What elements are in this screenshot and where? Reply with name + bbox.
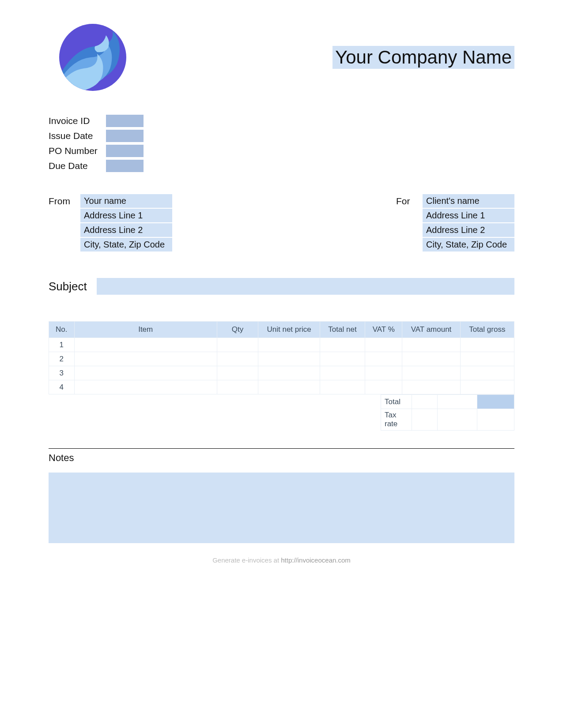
for-address1[interactable]: Address Line 1 (423, 209, 514, 222)
cell-totalgross[interactable] (460, 380, 514, 394)
summary: Total Tax rate (49, 394, 514, 431)
th-item: Item (74, 322, 217, 338)
from-address2[interactable]: Address Line 2 (80, 223, 172, 237)
cell-totalgross[interactable] (460, 338, 514, 352)
th-qty: Qty (217, 322, 258, 338)
subject-field[interactable] (97, 278, 514, 295)
company-name[interactable]: Your Company Name (333, 46, 514, 69)
cell-no: 3 (49, 366, 75, 380)
from-address1[interactable]: Address Line 1 (80, 209, 172, 222)
th-no: No. (49, 322, 75, 338)
notes-label: Notes (49, 452, 514, 464)
summary-total-label: Total (381, 395, 412, 409)
table-row: 1 (49, 338, 514, 352)
from-name[interactable]: Your name (80, 194, 172, 208)
footer-text: Generate e-invoices at (212, 556, 281, 564)
divider (49, 448, 514, 449)
cell-qty[interactable] (217, 338, 258, 352)
cell-qty[interactable] (217, 352, 258, 366)
cell-vatp[interactable] (365, 366, 402, 380)
cell-item[interactable] (74, 380, 217, 394)
invoice-id-field[interactable] (106, 115, 144, 127)
cell-qty[interactable] (217, 366, 258, 380)
table-row: 2 (49, 352, 514, 366)
cell-unit[interactable] (258, 366, 320, 380)
po-number-field[interactable] (106, 145, 144, 157)
cell-totalnet[interactable] (320, 352, 365, 366)
invoice-meta: Invoice ID Issue Date PO Number Due Date (49, 115, 514, 172)
for-name[interactable]: Client's name (423, 194, 514, 208)
footer: Generate e-invoices at http://invoiceoce… (49, 556, 514, 564)
cell-unit[interactable] (258, 352, 320, 366)
cell-vatamt[interactable] (402, 366, 460, 380)
cell-vatp[interactable] (365, 338, 402, 352)
logo-wave-icon (57, 22, 128, 93)
cell-vatamt[interactable] (402, 352, 460, 366)
table-row: 4 (49, 380, 514, 394)
cell-unit[interactable] (258, 380, 320, 394)
th-vat-pct: VAT % (365, 322, 402, 338)
from-city-state-zip[interactable]: City, State, Zip Code (80, 238, 172, 251)
header: Your Company Name (49, 22, 514, 93)
for-address2[interactable]: Address Line 2 (423, 223, 514, 237)
issue-date-field[interactable] (106, 130, 144, 142)
summary-taxrate-vatp[interactable] (412, 409, 438, 431)
summary-total-vatamt[interactable] (438, 395, 477, 409)
cell-item[interactable] (74, 338, 217, 352)
subject-row: Subject (49, 278, 514, 295)
for-label: For (396, 194, 423, 251)
for-block: For Client's name Address Line 1 Address… (396, 194, 514, 251)
cell-unit[interactable] (258, 338, 320, 352)
th-vat-amount: VAT amount (402, 322, 460, 338)
for-city-state-zip[interactable]: City, State, Zip Code (423, 238, 514, 251)
from-block: From Your name Address Line 1 Address Li… (49, 194, 172, 251)
items-table: No. Item Qty Unit net price Total net VA… (49, 321, 514, 394)
due-date-label: Due Date (49, 161, 106, 171)
footer-link[interactable]: http://invoiceocean.com (281, 556, 351, 564)
cell-no: 1 (49, 338, 75, 352)
cell-item[interactable] (74, 352, 217, 366)
cell-qty[interactable] (217, 380, 258, 394)
invoice-id-label: Invoice ID (49, 116, 106, 126)
cell-vatp[interactable] (365, 380, 402, 394)
from-label: From (49, 194, 80, 251)
cell-totalgross[interactable] (460, 352, 514, 366)
due-date-field[interactable] (106, 160, 144, 172)
subject-label: Subject (49, 280, 87, 293)
po-number-label: PO Number (49, 146, 106, 156)
cell-no: 2 (49, 352, 75, 366)
th-unit-net-price: Unit net price (258, 322, 320, 338)
notes-field[interactable] (49, 473, 514, 543)
summary-taxrate-gross[interactable] (477, 409, 514, 431)
summary-total-gross[interactable] (477, 395, 514, 409)
cell-vatamt[interactable] (402, 380, 460, 394)
th-total-net: Total net (320, 322, 365, 338)
table-row: 3 (49, 366, 514, 380)
parties: From Your name Address Line 1 Address Li… (49, 194, 514, 251)
summary-taxrate-label: Tax rate (381, 409, 412, 431)
issue-date-label: Issue Date (49, 131, 106, 141)
summary-total-vatp[interactable] (412, 395, 438, 409)
cell-totalgross[interactable] (460, 366, 514, 380)
th-total-gross: Total gross (460, 322, 514, 338)
cell-totalnet[interactable] (320, 366, 365, 380)
cell-vatp[interactable] (365, 352, 402, 366)
cell-vatamt[interactable] (402, 338, 460, 352)
cell-item[interactable] (74, 366, 217, 380)
summary-taxrate-vatamt[interactable] (438, 409, 477, 431)
cell-totalnet[interactable] (320, 380, 365, 394)
cell-totalnet[interactable] (320, 338, 365, 352)
cell-no: 4 (49, 380, 75, 394)
